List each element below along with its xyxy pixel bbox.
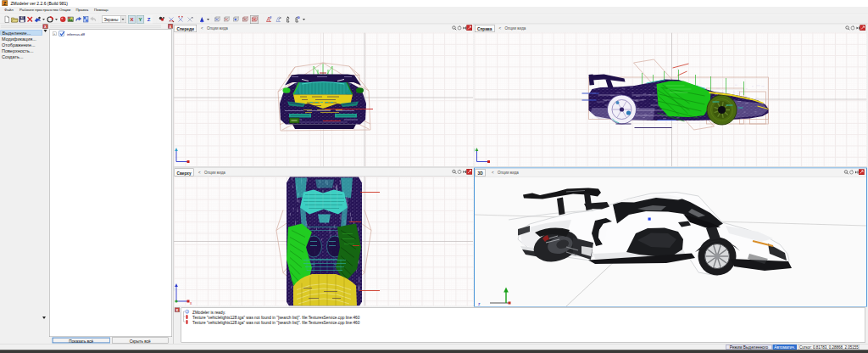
svg-text:z: z [174, 288, 175, 292]
svg-text:x: x [190, 301, 192, 305]
svg-text:y: y [475, 148, 476, 152]
